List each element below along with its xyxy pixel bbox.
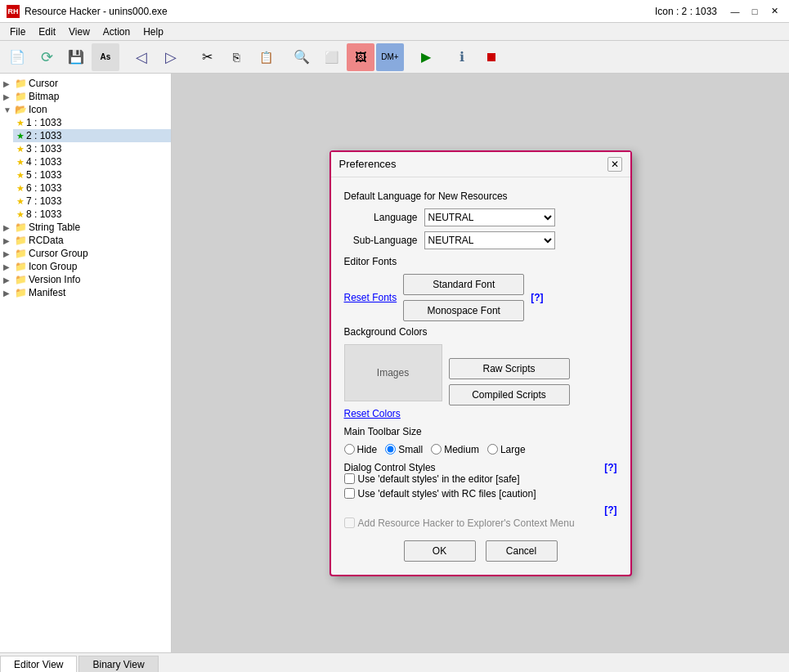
sidebar-item-bitmap[interactable]: ▶ 📁 Bitmap	[0, 90, 171, 103]
icon-1-item[interactable]: ★ 1 : 1033	[13, 116, 171, 129]
content-area: Preferences ✕ Default Language for New R…	[172, 74, 789, 652]
radio-medium-label[interactable]: Medium	[431, 444, 479, 455]
menu-action[interactable]: Action	[96, 25, 137, 39]
title-info-right: Icon : 2 : 1033	[655, 6, 717, 17]
folder-icon-rcdata: 📁	[15, 235, 27, 246]
sidebar-item-cursor[interactable]: ▶ 📁 Cursor	[0, 77, 171, 90]
tree-arrow-bitmap: ▶	[3, 92, 13, 101]
compiled-scripts-button[interactable]: Compiled Scripts	[449, 384, 570, 405]
menu-view[interactable]: View	[62, 25, 96, 39]
radio-hide[interactable]	[344, 444, 355, 455]
toolbar-paste[interactable]: 📋	[252, 43, 280, 71]
sidebar-tree: ▶ 📁 Cursor ▶ 📁 Bitmap ▼ 📂 Icon ★ 1 : 103…	[0, 74, 172, 652]
explorer-help-row: [?]	[344, 504, 617, 516]
language-label: Language	[344, 212, 418, 223]
radio-small[interactable]	[385, 444, 396, 455]
icon-5-item[interactable]: ★ 5 : 1033	[13, 168, 171, 181]
tab-binary-view[interactable]: Binary View	[78, 656, 158, 672]
radio-large-label[interactable]: Large	[487, 444, 526, 455]
menu-help[interactable]: Help	[137, 25, 170, 39]
sidebar-item-version-info[interactable]: ▶ 📁 Version Info	[0, 273, 171, 286]
sidebar-item-manifest[interactable]: ▶ 📁 Manifest	[0, 286, 171, 299]
folder-icon-manifest: 📁	[15, 287, 27, 298]
icon-1-label: 1 : 1033	[26, 117, 61, 128]
toolbar-save-as[interactable]: As	[92, 43, 119, 71]
tree-arrow-icon-group: ▶	[3, 262, 13, 271]
star-icon-7: ★	[16, 196, 25, 207]
radio-large[interactable]	[487, 444, 498, 455]
section-default-lang: Default Language for New Resources	[344, 190, 617, 202]
radio-hide-label[interactable]: Hide	[344, 444, 378, 455]
icon-6-item[interactable]: ★ 6 : 1033	[13, 181, 171, 195]
font-buttons: Standard Font Monospace Font	[403, 274, 524, 321]
dlg-ctrl-label: Dialog Control Styles	[344, 462, 436, 473]
toolbar-open[interactable]: ⟳	[33, 43, 61, 71]
standard-font-button[interactable]: Standard Font	[403, 274, 524, 295]
maximize-button[interactable]: □	[746, 3, 763, 20]
language-select[interactable]: NEUTRAL	[424, 208, 555, 226]
close-button[interactable]: ✕	[766, 3, 782, 20]
toolbar-size-section: Main Toolbar Size Hide Small	[344, 426, 617, 455]
star-icon-8: ★	[16, 209, 25, 220]
folder-icon-icon-group: 📁	[15, 261, 27, 272]
toolbar: 📄 ⟳ 💾 As ◁ ▷ ✂ ⎘ 📋 🔍 ⬜ 🖼 DM+ ▶ ℹ ⏹	[0, 41, 789, 74]
raw-scripts-button[interactable]: Raw Scripts	[449, 358, 570, 379]
sidebar-item-cursor-group[interactable]: ▶ 📁 Cursor Group	[0, 247, 171, 260]
toolbar-cut[interactable]: ✂	[193, 43, 221, 71]
toolbar-dialog[interactable]: DM+	[376, 43, 404, 71]
monospace-font-button[interactable]: Monospace Font	[403, 300, 524, 321]
fonts-help-link[interactable]: [?]	[531, 292, 543, 303]
checkbox-default-styles-safe[interactable]	[344, 473, 355, 484]
toolbar-stop[interactable]: ⏹	[477, 43, 505, 71]
dialog-ctrl-help-link[interactable]: [?]	[604, 462, 616, 473]
ok-button[interactable]: OK	[404, 540, 476, 562]
radio-small-label[interactable]: Small	[385, 444, 423, 455]
minimize-button[interactable]: —	[727, 3, 743, 20]
reset-fonts-link[interactable]: Reset Fonts	[344, 292, 397, 303]
tree-arrow-rcdata: ▶	[3, 236, 13, 245]
toolbar-back[interactable]: ◁	[128, 43, 155, 71]
checkbox-explorer-context	[344, 517, 355, 528]
toolbar-forward[interactable]: ▷	[157, 43, 185, 71]
sublanguage-select[interactable]: NEUTRAL	[424, 231, 555, 249]
explorer-help-link[interactable]: [?]	[604, 504, 616, 516]
cancel-button[interactable]: Cancel	[486, 540, 558, 562]
sublanguage-label: Sub-Language	[344, 235, 418, 246]
radio-medium[interactable]	[431, 444, 442, 455]
checkbox-1-row: Use 'default styles' in the editor [safe…	[344, 473, 617, 485]
folder-icon-cursor-group: 📁	[15, 248, 27, 259]
icon-7-label: 7 : 1033	[26, 195, 61, 207]
toolbar-save[interactable]: 💾	[62, 43, 90, 71]
sidebar-item-string-table[interactable]: ▶ 📁 String Table	[0, 221, 171, 234]
icon-3-item[interactable]: ★ 3 : 1033	[13, 142, 171, 155]
tree-arrow-icon: ▼	[3, 105, 13, 114]
toolbar-new[interactable]: 📄	[3, 43, 31, 71]
star-icon-1: ★	[16, 118, 25, 128]
toolbar-copy[interactable]: ⎘	[222, 43, 250, 71]
menu-file[interactable]: File	[3, 25, 32, 39]
toolbar-image[interactable]: 🖼	[347, 43, 374, 71]
toolbar-run[interactable]: ▶	[412, 43, 440, 71]
dialog-title-bar: Preferences ✕	[331, 152, 630, 177]
icon-7-item[interactable]: ★ 7 : 1033	[13, 195, 171, 208]
toolbar-info[interactable]: ℹ	[448, 43, 476, 71]
menu-edit[interactable]: Edit	[32, 25, 62, 39]
icon-4-item[interactable]: ★ 4 : 1033	[13, 155, 171, 168]
icon-2-item[interactable]: ★ 2 : 1033	[13, 129, 171, 142]
preferences-dialog: Preferences ✕ Default Language for New R…	[329, 150, 632, 576]
checkbox-default-styles-rc[interactable]	[344, 488, 355, 499]
tab-editor-view[interactable]: Editor View	[0, 656, 77, 672]
reset-colors-link[interactable]: Reset Colors	[344, 408, 401, 419]
icon-6-label: 6 : 1033	[26, 182, 61, 194]
fonts-controls-row: Reset Fonts Standard Font Monospace Font…	[344, 274, 617, 321]
sidebar-item-rcdata[interactable]: ▶ 📁 RCData	[0, 234, 171, 247]
language-row: Language NEUTRAL	[344, 208, 617, 226]
sidebar-item-icon-group[interactable]: ▶ 📁 Icon Group	[0, 260, 171, 273]
sidebar-item-icon[interactable]: ▼ 📂 Icon	[0, 103, 171, 116]
dialog-close-button[interactable]: ✕	[607, 157, 622, 172]
icon-8-item[interactable]: ★ 8 : 1033	[13, 208, 171, 221]
icon-children: ★ 1 : 1033 ★ 2 : 1033 ★ 3 : 1033 ★ 4 : 1…	[0, 116, 171, 221]
star-icon-6: ★	[16, 183, 25, 194]
toolbar-compile-view[interactable]: ⬜	[317, 43, 345, 71]
toolbar-find[interactable]: 🔍	[288, 43, 316, 71]
